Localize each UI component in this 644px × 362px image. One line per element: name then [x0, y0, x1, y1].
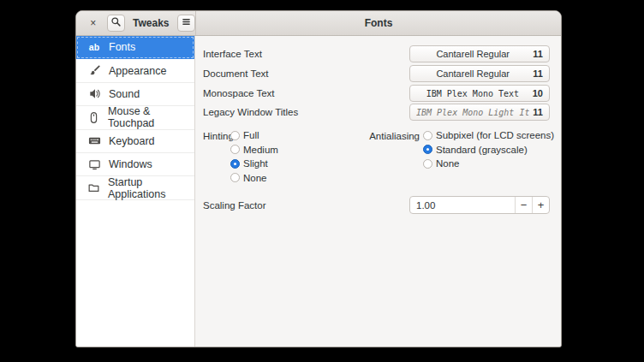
font-size: 11	[533, 68, 543, 79]
sidebar-item-fonts[interactable]: abFonts	[76, 36, 194, 59]
scaling-minus-button[interactable]: −	[515, 197, 532, 213]
headerbar-right: Fonts	[196, 11, 561, 35]
sidebar-item-label: Startup Applications	[108, 176, 194, 200]
radio-label: None	[436, 158, 460, 169]
font-chooser-button[interactable]: Cantarell Regular11	[409, 45, 550, 62]
hinting-option-slight[interactable]: Slight	[230, 157, 268, 169]
sidebar-item-label: Windows	[109, 158, 152, 170]
appearance-icon	[87, 64, 101, 78]
scaling-factor-input[interactable]: 1.00	[410, 197, 515, 213]
radio-selected-icon[interactable]	[230, 159, 240, 169]
font-row-label: Legacy Window Titles	[203, 106, 298, 118]
antialiasing-option-none[interactable]: None	[423, 157, 460, 169]
radio-label: Full	[243, 130, 259, 140]
scaling-factor-spinbutton: 1.00 − +	[409, 196, 550, 214]
radio-label: Slight	[243, 158, 268, 169]
font-chooser-button[interactable]: Cantarell Regular11	[409, 65, 550, 82]
radio-icon[interactable]	[423, 131, 432, 140]
font-row-label: Interface Text	[203, 48, 262, 60]
fonts-page: Interface TextCantarell Regular11Documen…	[195, 36, 561, 347]
fonts-icon: ab	[87, 40, 101, 54]
sidebar: abFontsAppearanceSoundMouse & TouchpadKe…	[76, 36, 195, 347]
radio-label: Subpixel (for LCD screens)	[436, 130, 554, 140]
sidebar-item-sound[interactable]: Sound	[76, 83, 194, 106]
font-size: 10	[533, 88, 543, 98]
sidebar-item-label: Fonts	[109, 41, 135, 53]
radio-label: Medium	[243, 145, 278, 155]
page-title: Fonts	[365, 17, 393, 29]
radio-label: Standard (grayscale)	[436, 145, 528, 155]
font-row-label: Document Text	[203, 68, 269, 80]
sidebar-item-windows[interactable]: Windows	[76, 153, 194, 176]
headerbar: × Tweaks Fonts	[76, 11, 561, 36]
mouse-icon	[87, 110, 100, 124]
sound-icon	[87, 87, 101, 101]
font-name: IBM Plex Mono Light Italic	[416, 108, 529, 117]
font-row-label: Monospace Text	[203, 87, 275, 99]
keyboard-icon	[87, 134, 101, 148]
menu-button[interactable]	[177, 15, 196, 32]
sidebar-item-label: Keyboard	[109, 135, 155, 147]
font-size: 11	[533, 107, 543, 117]
sidebar-item-label: Appearance	[109, 65, 166, 77]
radio-icon[interactable]	[230, 131, 240, 140]
font-size: 11	[533, 49, 543, 59]
sidebar-item-label: Mouse & Touchpad	[108, 105, 194, 129]
radio-label: None	[243, 173, 267, 183]
font-chooser-button[interactable]: IBM Plex Mono Light Italic11	[409, 104, 550, 121]
headerbar-left: × Tweaks	[76, 11, 195, 35]
radio-icon[interactable]	[230, 145, 240, 154]
hinting-option-none[interactable]: None	[230, 172, 267, 184]
hinting-option-full[interactable]: Full	[230, 129, 259, 141]
folder-icon	[87, 181, 100, 195]
font-chooser-button[interactable]: IBM Plex Mono Text10	[409, 85, 550, 102]
scaling-factor-label: Scaling Factor	[203, 199, 266, 211]
antialiasing-label: Antialiasing	[324, 130, 420, 142]
sidebar-item-mouse-touchpad[interactable]: Mouse & Touchpad	[76, 106, 194, 129]
app-title: Tweaks	[133, 17, 169, 29]
search-icon	[110, 15, 122, 31]
hinting-label: Hinting	[203, 130, 234, 142]
sidebar-item-keyboard[interactable]: Keyboard	[76, 130, 194, 153]
font-name: Cantarell Regular	[416, 68, 529, 79]
font-name: IBM Plex Mono Text	[416, 89, 529, 98]
radio-selected-icon[interactable]	[423, 145, 432, 154]
close-button[interactable]: ×	[86, 15, 101, 32]
scaling-plus-button[interactable]: +	[532, 197, 549, 213]
hamburger-menu-icon	[181, 15, 192, 31]
sidebar-item-label: Sound	[109, 88, 140, 100]
antialiasing-option-standard-grayscale-[interactable]: Standard (grayscale)	[423, 144, 528, 156]
radio-icon[interactable]	[423, 159, 432, 169]
window-body: abFontsAppearanceSoundMouse & TouchpadKe…	[76, 36, 561, 347]
windows-icon	[87, 157, 101, 171]
search-button[interactable]	[107, 15, 126, 32]
antialiasing-option-subpixel-for-lcd-screens-[interactable]: Subpixel (for LCD screens)	[423, 129, 554, 141]
sidebar-item-appearance[interactable]: Appearance	[76, 59, 194, 82]
sidebar-item-startup-applications[interactable]: Startup Applications	[76, 176, 194, 199]
radio-icon[interactable]	[230, 173, 240, 182]
tweaks-window: × Tweaks Fonts abFontsAppearanceSoundMou…	[75, 10, 562, 347]
font-name: Cantarell Regular	[416, 49, 529, 59]
hinting-option-medium[interactable]: Medium	[230, 144, 278, 156]
